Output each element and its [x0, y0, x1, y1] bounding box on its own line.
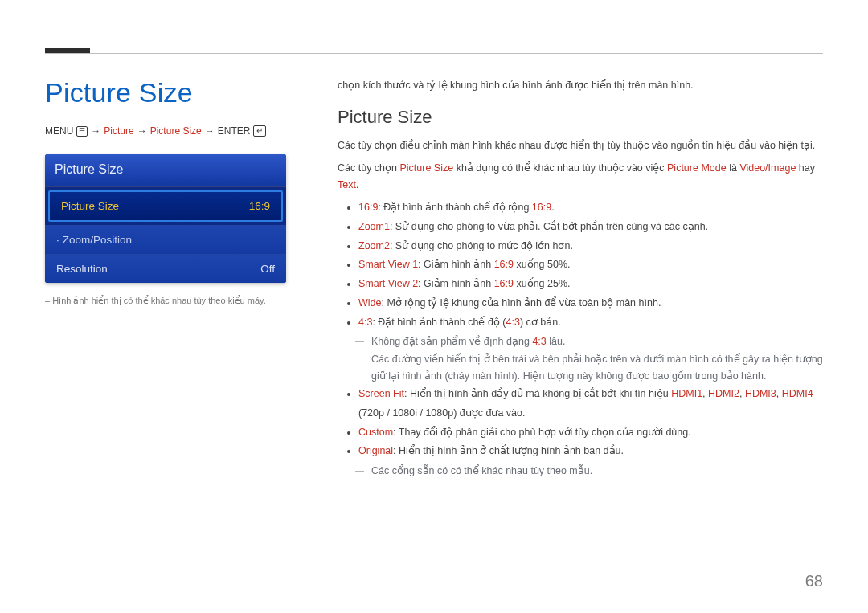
opt-text: : Giảm hình ảnh: [418, 259, 494, 270]
p2-b: Picture Size: [399, 162, 453, 174]
crumb-menu-label: MENU: [45, 125, 73, 137]
opt-text: : Hiển thị hình ảnh ở chất lượng hình ản…: [393, 445, 624, 456]
opt-post: ) cơ bản.: [520, 317, 561, 328]
menu-row-text: Zoom/Position: [63, 234, 132, 246]
bullet-dot-icon: ·: [56, 234, 59, 246]
opt-post: xuống 50%.: [514, 259, 571, 270]
p2-c: khả dụng có thể khác nhau tùy thuộc vào …: [453, 162, 667, 174]
list-item: Wide: Mở rộng tỷ lệ khung của hình ảnh đ…: [358, 294, 823, 313]
list-item: 4:3: Đặt hình ảnh thành chế độ (4:3) cơ …: [358, 313, 823, 386]
opt-key: Screen Fit: [358, 388, 404, 399]
hdmi-2: HDMI2: [708, 388, 739, 399]
opt-text: : Đặt hình ảnh thành chế độ (: [372, 317, 506, 328]
subnote-pre: Không đặt sản phẩm về định dạng: [371, 336, 532, 347]
p2-e: là: [727, 162, 740, 174]
opt-text: : Giảm hình ảnh: [418, 278, 494, 289]
crumb-step-picture-size: Picture Size: [150, 125, 202, 137]
breadcrumb: MENU ☰ → Picture → Picture Size → ENTER …: [45, 125, 266, 137]
crumb-enter-label: ENTER: [218, 125, 251, 137]
opt-post: (720p / 1080i / 1080p) được đưa vào.: [358, 407, 525, 419]
list-item: Zoom2: Sử dụng cho phóng to mức độ lớn h…: [358, 237, 823, 256]
section-heading: Picture Size: [338, 107, 823, 128]
crumb-step-picture: Picture: [104, 125, 133, 137]
opt-key: 4:3: [358, 317, 372, 328]
right-column: chọn kích thước và tỷ lệ khung hình của …: [338, 77, 823, 480]
p2-f: Video/Image: [739, 162, 796, 174]
opt-tail: 16:9: [494, 259, 514, 270]
enter-icon: ↵: [253, 125, 266, 137]
opt-tail: 4:3: [506, 317, 520, 328]
hdmi-1: HDMI1: [671, 388, 702, 399]
page-root: Picture Size MENU ☰ → Picture → Picture …: [0, 0, 868, 613]
opt-tail: 16:9: [494, 278, 514, 289]
subnote-hl: 4:3: [532, 336, 546, 347]
opt-text: : Mở rộng tỷ lệ khung của hình ảnh để vừ…: [381, 297, 661, 309]
opt-tail: 16:9: [532, 202, 551, 213]
menu-row-label: Picture Size: [61, 200, 119, 212]
p2-g: hay: [796, 162, 815, 174]
menu-row-zoom-position[interactable]: ·Zoom/Position: [45, 225, 286, 254]
panel-title: Picture Size: [45, 154, 286, 187]
list-item: 16:9: Đặt hình ảnh thành chế độ rộng 16:…: [358, 198, 823, 218]
opt-post: xuống 25%.: [514, 278, 571, 289]
menu-icon: ☰: [76, 126, 88, 137]
menu-row-label: Resolution: [56, 263, 108, 275]
subnote-item: Các cổng sẵn có có thể khác nhau tùy the…: [358, 463, 823, 480]
menu-row-value: 16:9: [249, 200, 270, 212]
p2-h: Text: [338, 179, 356, 190]
paragraph-1: Các tùy chọn điều chỉnh màn hình khác nh…: [338, 137, 823, 154]
opt-text: : Thay đổi độ phân giải cho phù hợp với …: [393, 427, 691, 438]
opt-key: Original: [358, 445, 393, 456]
two-column-layout: Picture Size MENU ☰ → Picture → Picture …: [45, 39, 823, 480]
panel-footnote: – Hình ảnh hiển thị có thể khác nhau tùy…: [45, 296, 302, 306]
list-item: Screen Fit: Hiển thị hình ảnh đầy đủ mà …: [358, 385, 823, 423]
intro-text: chọn kích thước và tỷ lệ khung hình của …: [338, 77, 823, 94]
opt-text: : Hiển thị hình ảnh đầy đủ mà không bị c…: [404, 388, 671, 399]
subnote-item: Không đặt sản phẩm về định dạng 4:3 lâu.…: [358, 333, 823, 385]
opt-key: Zoom2: [358, 240, 390, 251]
opt-text: : Sử dụng cho phóng to vừa phải. Cắt bớt…: [390, 221, 708, 232]
opt-key: 16:9: [358, 202, 378, 213]
section-marker: [45, 48, 90, 53]
opt-text: : Sử dụng cho phóng to mức độ lớn hơn.: [390, 240, 573, 251]
p2-a: Các tùy chọn: [338, 162, 399, 174]
chevron-right-icon: →: [137, 125, 147, 137]
page-number: 68: [805, 572, 823, 591]
sep: ,: [702, 388, 708, 399]
opt-text: : Đặt hình ảnh thành chế độ rộng: [378, 202, 532, 213]
p2-d: Picture Mode: [667, 162, 727, 174]
options-list: 16:9: Đặt hình ảnh thành chế độ rộng 16:…: [338, 198, 823, 480]
menu-panel: Picture Size Picture Size 16:9 ·Zoom/Pos…: [45, 154, 286, 283]
hdmi-3: HDMI3: [745, 388, 776, 399]
subnote-text: Các đường viền hiển thị ở bên trái và bê…: [371, 353, 823, 382]
opt-key: Wide: [358, 297, 381, 309]
sep: ,: [739, 388, 745, 399]
subnote-list: Không đặt sản phẩm về định dạng 4:3 lâu.…: [358, 333, 823, 385]
list-item: Zoom1: Sử dụng cho phóng to vừa phải. Cắ…: [358, 218, 823, 237]
chevron-right-icon: →: [205, 125, 215, 137]
list-item: Smart View 1: Giảm hình ảnh 16:9 xuống 5…: [358, 255, 823, 275]
opt-key: Zoom1: [358, 221, 390, 232]
paragraph-2: Các tùy chọn Picture Size khả dụng có th…: [338, 160, 823, 194]
sep: ,: [776, 388, 782, 399]
opt-post: .: [551, 202, 554, 213]
menu-row-label: ·Zoom/Position: [56, 234, 132, 246]
opt-key: Custom: [358, 427, 393, 438]
subnote-list: Các cổng sẵn có có thể khác nhau tùy the…: [358, 463, 823, 480]
list-item: Original: Hiển thị hình ảnh ở chất lượng…: [358, 442, 823, 480]
hdmi-4: HDMI4: [782, 388, 813, 399]
subnote-post: lâu.: [547, 336, 566, 347]
p2-i: .: [356, 179, 358, 190]
list-item: Custom: Thay đổi độ phân giải cho phù hợ…: [358, 423, 823, 443]
menu-row-picture-size[interactable]: Picture Size 16:9: [48, 190, 283, 222]
menu-row-resolution[interactable]: Resolution Off: [45, 254, 286, 283]
opt-key: Smart View 1: [358, 259, 418, 270]
page-title: Picture Size: [45, 77, 302, 108]
opt-key: Smart View 2: [358, 278, 418, 289]
menu-row-value: Off: [260, 263, 275, 275]
chevron-right-icon: →: [91, 125, 100, 137]
left-column: Picture Size MENU ☰ → Picture → Picture …: [45, 77, 302, 480]
top-rule: [45, 53, 823, 54]
list-item: Smart View 2: Giảm hình ảnh 16:9 xuống 2…: [358, 275, 823, 294]
